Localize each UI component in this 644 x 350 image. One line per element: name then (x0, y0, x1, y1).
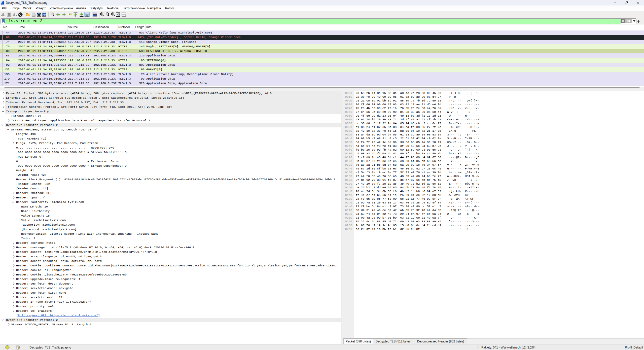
svg-text:1: 1 (125, 13, 126, 15)
svg-text:010: 010 (33, 15, 35, 16)
svg-text:2: 2 (122, 15, 123, 17)
svg-text:3: 3 (125, 15, 126, 17)
